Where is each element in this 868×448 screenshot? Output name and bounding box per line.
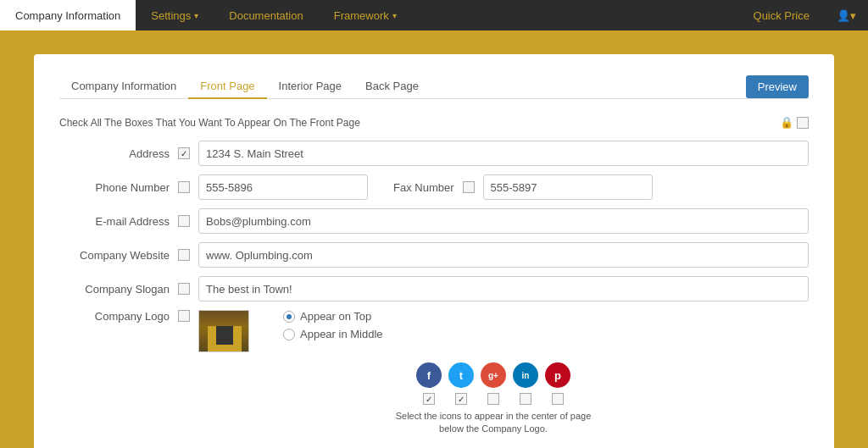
social-section: f t g+ in p bbox=[178, 362, 809, 436]
slogan-row: Company Slogan bbox=[59, 276, 809, 301]
slogan-checkbox[interactable] bbox=[178, 283, 190, 295]
page-wrapper: Company Information Front Page Interior … bbox=[0, 30, 868, 448]
tab-bar: Company Information Front Page Interior … bbox=[59, 75, 809, 99]
logo-row: Company Logo Appear on Top Appear in Mid… bbox=[59, 310, 809, 352]
tab-interior-page[interactable]: Interior Page bbox=[267, 75, 353, 99]
framework-caret-icon: ▾ bbox=[392, 11, 397, 20]
website-row: Company Website bbox=[59, 242, 809, 268]
social-icon-twitter[interactable]: t bbox=[448, 362, 474, 388]
email-row: E-mail Address bbox=[59, 208, 809, 234]
logo-checkbox[interactable] bbox=[178, 310, 190, 322]
instruction-text: Check All The Boxes That You Want To App… bbox=[59, 117, 360, 129]
logo-thumbnail bbox=[198, 310, 249, 352]
social-check-facebook bbox=[416, 393, 442, 405]
phone-fax-row: Phone Number Fax Number bbox=[59, 174, 809, 200]
fax-checkbox[interactable] bbox=[463, 181, 475, 193]
social-check-twitter bbox=[448, 393, 474, 405]
navbar: Company Information Settings ▾ Documenta… bbox=[0, 0, 868, 30]
website-input[interactable] bbox=[198, 242, 809, 268]
social-check-pinterest bbox=[545, 393, 570, 405]
pinterest-checkbox[interactable] bbox=[552, 393, 564, 405]
address-label: Address bbox=[59, 147, 170, 160]
email-checkbox[interactable] bbox=[178, 215, 190, 227]
email-label: E-mail Address bbox=[59, 215, 170, 228]
googleplus-checkbox[interactable] bbox=[487, 393, 499, 405]
settings-caret-icon: ▾ bbox=[194, 11, 198, 20]
address-row: Address bbox=[59, 141, 809, 166]
nav-settings[interactable]: Settings ▾ bbox=[136, 0, 214, 30]
slogan-label: Company Slogan bbox=[59, 283, 170, 296]
phone-checkbox[interactable] bbox=[178, 181, 190, 193]
website-label: Company Website bbox=[59, 249, 170, 262]
slogan-input[interactable] bbox=[198, 276, 809, 301]
logo-label: Company Logo bbox=[59, 310, 170, 323]
lock-checkbox[interactable] bbox=[797, 117, 809, 129]
radio-appear-middle[interactable]: Appear in Middle bbox=[283, 328, 383, 340]
logo-position-radio-group: Appear on Top Appear in Middle bbox=[283, 310, 383, 340]
lock-area: 🔒 bbox=[780, 116, 809, 129]
instruction-row: Check All The Boxes That You Want To App… bbox=[59, 116, 809, 129]
linkedin-checkbox[interactable] bbox=[520, 393, 531, 405]
fax-group: Fax Number bbox=[393, 174, 653, 200]
tab-company-information[interactable]: Company Information bbox=[59, 75, 188, 99]
main-card: Company Information Front Page Interior … bbox=[34, 54, 834, 448]
social-icon-facebook[interactable]: f bbox=[416, 362, 442, 388]
address-input[interactable] bbox=[198, 141, 809, 166]
social-check-linkedin bbox=[513, 393, 538, 405]
nav-user[interactable]: 👤▾ bbox=[825, 0, 868, 30]
preview-button[interactable]: Preview bbox=[746, 75, 809, 98]
twitter-checkbox[interactable] bbox=[455, 393, 467, 405]
social-icon-linkedin[interactable]: in bbox=[513, 362, 538, 388]
lock-icon: 🔒 bbox=[780, 116, 793, 129]
social-caption: Select the icons to appear in the center… bbox=[396, 410, 592, 436]
social-checks-row bbox=[416, 393, 570, 405]
radio-appear-middle-circle[interactable] bbox=[283, 329, 295, 340]
social-check-googleplus bbox=[481, 393, 506, 405]
nav-framework[interactable]: Framework ▾ bbox=[319, 0, 412, 30]
tab-back-page[interactable]: Back Page bbox=[353, 75, 431, 99]
phone-label: Phone Number bbox=[59, 181, 170, 194]
phone-input[interactable] bbox=[198, 174, 368, 200]
user-icon: 👤▾ bbox=[837, 9, 856, 22]
nav-company-information[interactable]: Company Information bbox=[0, 0, 136, 30]
social-icon-googleplus[interactable]: g+ bbox=[481, 362, 506, 388]
address-checkbox[interactable] bbox=[178, 147, 190, 159]
nav-quick-price[interactable]: Quick Price bbox=[738, 0, 825, 30]
email-input[interactable] bbox=[198, 208, 809, 234]
radio-appear-top[interactable]: Appear on Top bbox=[283, 310, 383, 323]
fax-label: Fax Number bbox=[393, 181, 454, 194]
tab-front-page[interactable]: Front Page bbox=[188, 75, 266, 99]
fax-input[interactable] bbox=[483, 174, 653, 200]
social-icons-row: f t g+ in p bbox=[416, 362, 570, 388]
radio-appear-top-circle[interactable] bbox=[283, 311, 295, 323]
social-icon-pinterest[interactable]: p bbox=[545, 362, 570, 388]
facebook-checkbox[interactable] bbox=[423, 393, 435, 405]
logo-image bbox=[199, 311, 248, 351]
website-checkbox[interactable] bbox=[178, 249, 190, 261]
form-section: Address Phone Number Fax Number E-mail A… bbox=[59, 141, 809, 352]
nav-documentation[interactable]: Documentation bbox=[214, 0, 318, 30]
